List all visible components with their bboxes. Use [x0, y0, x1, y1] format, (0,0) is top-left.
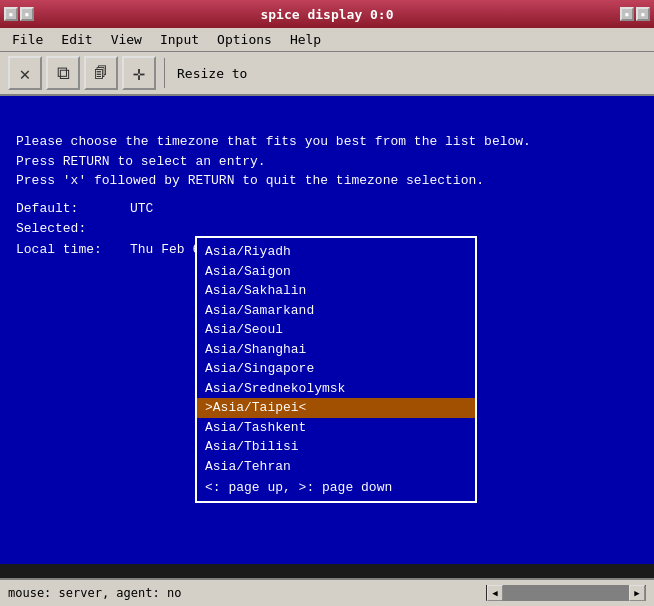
- default-field: Default: UTC: [16, 199, 638, 220]
- list-item[interactable]: Asia/Saigon: [197, 262, 475, 282]
- page-nav-hint: <: page up, >: page down: [197, 478, 475, 497]
- toolbar: ✕ ⧉ 🗐 ✛ Resize to: [0, 52, 654, 96]
- display-area: Please choose the timezone that fits you…: [0, 96, 654, 564]
- menu-options[interactable]: Options: [209, 30, 280, 49]
- timezone-taipei[interactable]: >Asia/Taipei<: [197, 398, 475, 418]
- close-icon: ✕: [20, 63, 31, 84]
- timezone-listbox: Asia/Riyadh Asia/Saigon Asia/Sakhalin As…: [195, 236, 477, 503]
- menu-help[interactable]: Help: [282, 30, 329, 49]
- instructions: Please choose the timezone that fits you…: [16, 132, 638, 191]
- list-item[interactable]: Asia/Srednekolymsk: [197, 379, 475, 399]
- title-bar: ▪ ▪ spice display 0:0 ▪ ▪: [0, 0, 654, 28]
- menu-file[interactable]: File: [4, 30, 51, 49]
- title-bar-right-buttons: ▪ ▪: [616, 7, 654, 21]
- list-item[interactable]: Asia/Riyadh: [197, 242, 475, 262]
- localtime-label: Local time:: [16, 240, 126, 261]
- title-bar-left-buttons: ▪ ▪: [0, 7, 38, 21]
- menu-edit[interactable]: Edit: [53, 30, 100, 49]
- title-btn-right-1[interactable]: ▪: [620, 7, 634, 21]
- list-item[interactable]: Asia/Sakhalin: [197, 281, 475, 301]
- paste-button[interactable]: 🗐: [84, 56, 118, 90]
- list-item[interactable]: Asia/Singapore: [197, 359, 475, 379]
- default-label: Default:: [16, 199, 126, 220]
- title-btn-left-1[interactable]: ▪: [4, 7, 18, 21]
- copy-button[interactable]: ⧉: [46, 56, 80, 90]
- selected-label: Selected:: [16, 219, 126, 240]
- instruction-line-3: Press 'x' followed by RETURN to quit the…: [16, 171, 638, 191]
- move-icon: ✛: [133, 61, 145, 85]
- scrollbar-track[interactable]: [503, 585, 629, 601]
- scrollbar[interactable]: ◀ ▶: [486, 585, 646, 601]
- scrollbar-right[interactable]: ▶: [629, 585, 645, 601]
- resize-label: Resize to: [177, 66, 247, 81]
- list-item[interactable]: Asia/Seoul: [197, 320, 475, 340]
- status-text: mouse: server, agent: no: [8, 586, 486, 600]
- menu-bar: File Edit View Input Options Help: [0, 28, 654, 52]
- close-button[interactable]: ✕: [8, 56, 42, 90]
- list-item[interactable]: Asia/Samarkand: [197, 301, 475, 321]
- list-item[interactable]: Asia/Tbilisi: [197, 437, 475, 457]
- toolbar-separator: [164, 58, 165, 88]
- title-btn-left-2[interactable]: ▪: [20, 7, 34, 21]
- window-title: spice display 0:0: [38, 7, 616, 22]
- status-bar: mouse: server, agent: no ◀ ▶: [0, 578, 654, 606]
- default-value: UTC: [130, 199, 153, 220]
- copy-icon: ⧉: [57, 62, 70, 84]
- scrollbar-left[interactable]: ◀: [487, 585, 503, 601]
- title-btn-right-2[interactable]: ▪: [636, 7, 650, 21]
- list-item[interactable]: Asia/Tehran: [197, 457, 475, 477]
- list-item[interactable]: Asia/Shanghai: [197, 340, 475, 360]
- list-item[interactable]: Asia/Tashkent: [197, 418, 475, 438]
- instruction-line-1: Please choose the timezone that fits you…: [16, 132, 638, 152]
- move-button[interactable]: ✛: [122, 56, 156, 90]
- menu-input[interactable]: Input: [152, 30, 207, 49]
- menu-view[interactable]: View: [103, 30, 150, 49]
- instruction-line-2: Press RETURN to select an entry.: [16, 152, 638, 172]
- paste-icon: 🗐: [94, 65, 108, 81]
